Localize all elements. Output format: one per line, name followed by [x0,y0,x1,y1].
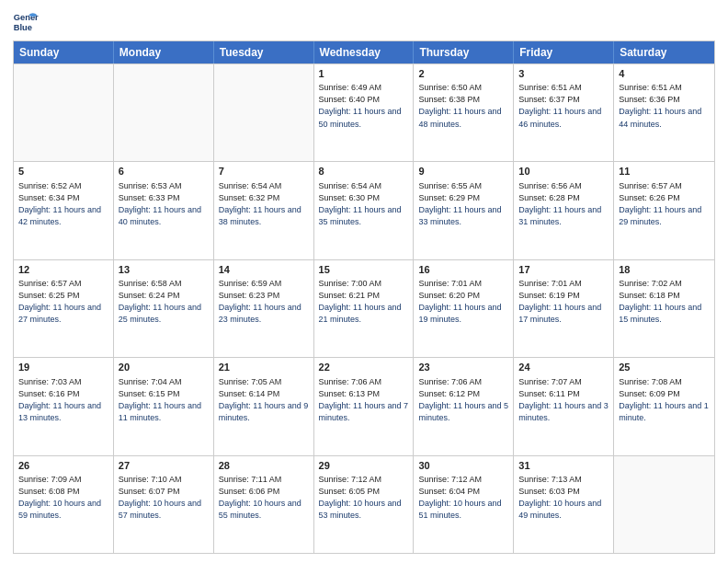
weekday-header-wednesday: Wednesday [314,41,415,63]
cal-cell: 27Sunrise: 7:10 AMSunset: 6:07 PMDayligh… [114,456,214,553]
cell-info: Sunrise: 6:53 AMSunset: 6:33 PMDaylight:… [119,180,209,228]
daylight-hours: Daylight: 11 hours and 21 minutes. [319,303,402,324]
daylight-hours: Daylight: 10 hours and 51 minutes. [418,499,501,520]
day-number: 22 [319,361,409,374]
cell-info: Sunrise: 6:54 AMSunset: 6:32 PMDaylight:… [219,180,309,228]
day-number: 6 [119,165,209,178]
weekday-header-saturday: Saturday [614,41,714,63]
cal-cell: 21Sunrise: 7:05 AMSunset: 6:14 PMDayligh… [214,358,314,454]
cell-info: Sunrise: 7:10 AMSunset: 6:07 PMDaylight:… [119,474,209,522]
weekday-header-friday: Friday [514,41,614,63]
cal-row-1: 5Sunrise: 6:52 AMSunset: 6:34 PMDaylight… [14,161,714,259]
cell-info: Sunrise: 6:50 AMSunset: 6:38 PMDaylight:… [418,82,508,130]
cal-cell: 10Sunrise: 6:56 AMSunset: 6:28 PMDayligh… [514,162,614,259]
cal-cell: 16Sunrise: 7:01 AMSunset: 6:20 PMDayligh… [414,260,514,357]
daylight-hours: Daylight: 11 hours and 25 minutes. [119,303,201,324]
cal-cell: 29Sunrise: 7:12 AMSunset: 6:05 PMDayligh… [314,456,415,553]
cal-cell: 8Sunrise: 6:54 AMSunset: 6:30 PMDaylight… [314,162,415,259]
daylight-hours: Daylight: 10 hours and 59 minutes. [18,499,101,520]
day-number: 24 [518,361,609,374]
cell-info: Sunrise: 6:57 AMSunset: 6:25 PMDaylight:… [18,278,108,326]
day-number: 28 [219,459,309,473]
daylight-hours: Daylight: 10 hours and 55 minutes. [219,499,301,520]
cal-cell: 19Sunrise: 7:03 AMSunset: 6:16 PMDayligh… [14,358,114,454]
day-number: 11 [619,165,710,178]
day-number: 13 [119,263,209,277]
daylight-hours: Daylight: 10 hours and 57 minutes. [119,499,201,520]
daylight-hours: Daylight: 11 hours and 42 minutes. [18,205,101,226]
weekday-header-sunday: Sunday [14,41,114,63]
cell-info: Sunrise: 6:52 AMSunset: 6:34 PMDaylight:… [18,180,108,228]
daylight-hours: Daylight: 11 hours and 44 minutes. [619,107,701,128]
day-number: 8 [319,165,409,178]
logo-icon: General Blue [13,9,39,35]
cell-info: Sunrise: 7:04 AMSunset: 6:15 PMDaylight:… [119,376,209,424]
header: General Blue [13,9,715,35]
daylight-hours: Daylight: 11 hours and 46 minutes. [518,107,601,128]
cell-info: Sunrise: 7:01 AMSunset: 6:20 PMDaylight:… [418,278,508,326]
cal-cell [614,456,714,553]
cell-info: Sunrise: 7:02 AMSunset: 6:18 PMDaylight:… [619,278,710,326]
daylight-hours: Daylight: 11 hours and 13 minutes. [18,401,101,422]
cal-cell: 30Sunrise: 7:12 AMSunset: 6:04 PMDayligh… [414,456,514,553]
daylight-hours: Daylight: 11 hours and 7 minutes. [319,401,409,422]
cal-row-0: 1Sunrise: 6:49 AMSunset: 6:40 PMDaylight… [14,63,714,161]
cal-cell: 28Sunrise: 7:11 AMSunset: 6:06 PMDayligh… [214,456,314,553]
cal-cell: 7Sunrise: 6:54 AMSunset: 6:32 PMDaylight… [214,162,314,259]
cal-cell [214,64,314,161]
day-number: 3 [518,67,609,81]
daylight-hours: Daylight: 11 hours and 40 minutes. [119,205,201,226]
cell-info: Sunrise: 6:49 AMSunset: 6:40 PMDaylight:… [319,82,409,130]
calendar-body: 1Sunrise: 6:49 AMSunset: 6:40 PMDaylight… [14,63,714,553]
daylight-hours: Daylight: 11 hours and 23 minutes. [219,303,301,324]
day-number: 16 [418,263,508,277]
cal-cell: 2Sunrise: 6:50 AMSunset: 6:38 PMDaylight… [414,64,514,161]
cell-info: Sunrise: 7:13 AMSunset: 6:03 PMDaylight:… [518,474,609,522]
daylight-hours: Daylight: 11 hours and 38 minutes. [219,205,301,226]
cell-info: Sunrise: 6:54 AMSunset: 6:30 PMDaylight:… [319,180,409,228]
weekday-header-thursday: Thursday [414,41,514,63]
cal-cell: 17Sunrise: 7:01 AMSunset: 6:19 PMDayligh… [514,260,614,357]
daylight-hours: Daylight: 11 hours and 9 minutes. [219,401,309,422]
daylight-hours: Daylight: 11 hours and 48 minutes. [418,107,501,128]
cal-cell: 11Sunrise: 6:57 AMSunset: 6:26 PMDayligh… [614,162,714,259]
daylight-hours: Daylight: 11 hours and 3 minutes. [518,401,609,422]
day-number: 31 [518,459,609,473]
cal-cell: 9Sunrise: 6:55 AMSunset: 6:29 PMDaylight… [414,162,514,259]
daylight-hours: Daylight: 11 hours and 19 minutes. [418,303,501,324]
cell-info: Sunrise: 7:11 AMSunset: 6:06 PMDaylight:… [219,474,309,522]
day-number: 21 [219,361,309,374]
cal-cell: 14Sunrise: 6:59 AMSunset: 6:23 PMDayligh… [214,260,314,357]
day-number: 19 [18,361,108,374]
cal-cell: 4Sunrise: 6:51 AMSunset: 6:36 PMDaylight… [614,64,714,161]
day-number: 30 [418,459,508,473]
day-number: 4 [619,67,710,81]
daylight-hours: Daylight: 10 hours and 53 minutes. [319,499,402,520]
cal-cell [14,64,114,161]
calendar: SundayMondayTuesdayWednesdayThursdayFrid… [13,40,715,554]
daylight-hours: Daylight: 11 hours and 5 minutes. [418,401,508,422]
day-number: 14 [219,263,309,277]
day-number: 26 [18,459,108,473]
day-number: 12 [18,263,108,277]
cal-cell: 26Sunrise: 7:09 AMSunset: 6:08 PMDayligh… [14,456,114,553]
cell-info: Sunrise: 7:03 AMSunset: 6:16 PMDaylight:… [18,376,108,424]
cal-cell: 12Sunrise: 6:57 AMSunset: 6:25 PMDayligh… [14,260,114,357]
cell-info: Sunrise: 7:00 AMSunset: 6:21 PMDaylight:… [319,278,409,326]
cal-cell: 15Sunrise: 7:00 AMSunset: 6:21 PMDayligh… [314,260,415,357]
day-number: 7 [219,165,309,178]
day-number: 15 [319,263,409,277]
daylight-hours: Daylight: 11 hours and 11 minutes. [119,401,201,422]
cell-info: Sunrise: 6:51 AMSunset: 6:36 PMDaylight:… [619,82,710,130]
cell-info: Sunrise: 6:58 AMSunset: 6:24 PMDaylight:… [119,278,209,326]
cal-row-2: 12Sunrise: 6:57 AMSunset: 6:25 PMDayligh… [14,259,714,357]
daylight-hours: Daylight: 11 hours and 50 minutes. [319,107,402,128]
daylight-hours: Daylight: 11 hours and 33 minutes. [418,205,501,226]
day-number: 9 [418,165,508,178]
cell-info: Sunrise: 6:55 AMSunset: 6:29 PMDaylight:… [418,180,508,228]
cal-cell: 20Sunrise: 7:04 AMSunset: 6:15 PMDayligh… [114,358,214,454]
cal-cell: 3Sunrise: 6:51 AMSunset: 6:37 PMDaylight… [514,64,614,161]
cell-info: Sunrise: 7:07 AMSunset: 6:11 PMDaylight:… [518,376,609,424]
cal-cell: 24Sunrise: 7:07 AMSunset: 6:11 PMDayligh… [514,358,614,454]
day-number: 2 [418,67,508,81]
